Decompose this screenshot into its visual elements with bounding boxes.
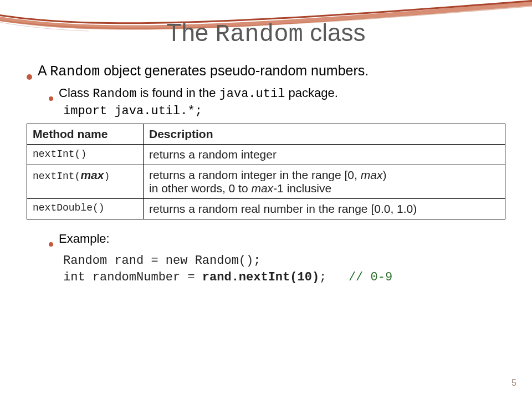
method-cell: nextInt(): [27, 145, 144, 165]
table-row: nextDouble() returns a random real numbe…: [27, 199, 505, 219]
desc-cell: returns a random real number in the rang…: [144, 199, 505, 219]
method-cell: nextDouble(): [27, 199, 144, 219]
page-number: 5: [511, 378, 516, 388]
method-cell: nextInt(max): [27, 165, 144, 199]
desc-cell: returns a random integer in the range [0…: [144, 165, 505, 199]
bullet-dot-icon: [49, 242, 53, 247]
methods-table: Method name Description nextInt() return…: [27, 124, 505, 219]
bullet-dot-icon: [49, 96, 53, 101]
table-row: nextInt() returns a random integer: [27, 145, 505, 165]
example-code-block: Random rand = new Random(); int randomNu…: [63, 253, 505, 285]
col-header-desc: Description: [144, 124, 505, 145]
bullet-level1: A Random object generates pseudo-random …: [27, 62, 505, 81]
table-row: nextInt(max) returns a random integer in…: [27, 165, 505, 199]
bullet-text: Class Random is found in the java.util p…: [59, 85, 338, 103]
desc-cell: returns a random integer: [144, 145, 505, 165]
bullet-level2: Class Random is found in the java.util p…: [49, 85, 505, 103]
bullet-text: A Random object generates pseudo-random …: [38, 62, 369, 81]
bullet-text: Example:: [59, 231, 110, 247]
col-header-method: Method name: [27, 124, 144, 145]
slide-title: The Random class: [27, 19, 505, 48]
bullet-example: Example:: [49, 231, 505, 247]
import-statement: import java.util.*;: [63, 104, 505, 118]
bullet-dot-icon: [27, 74, 32, 80]
table-header-row: Method name Description: [27, 124, 505, 145]
slide-content: The Random class A Random object generat…: [0, 0, 532, 286]
